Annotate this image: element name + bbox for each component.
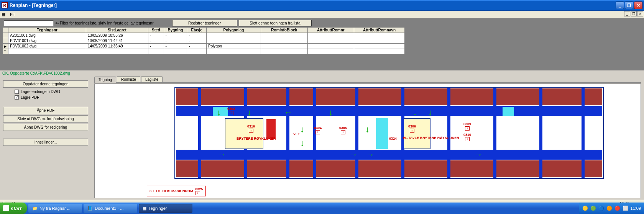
- cell[interactable]: FDV01002.dwg: [8, 44, 86, 49]
- taskbar-item[interactable]: 📘Document1 - ...: [84, 204, 137, 213]
- window-titlebar: R Renplan - [Tegninger] _ ❐ ✕: [0, 0, 644, 11]
- cell[interactable]: -: [187, 38, 207, 44]
- room-label: 0324: [389, 137, 397, 140]
- row-selector[interactable]: [3, 49, 8, 54]
- save-dwg-checkbox-row[interactable]: Lagre endringer i DWG: [3, 89, 91, 95]
- cell[interactable]: [307, 33, 354, 38]
- cell[interactable]: [354, 33, 405, 38]
- col-tegningsnr[interactable]: Tegningsnr: [8, 28, 86, 33]
- cell[interactable]: [354, 38, 405, 44]
- tray-icon[interactable]: 🔵: [598, 205, 604, 211]
- col-etasje[interactable]: Etasje: [187, 28, 207, 33]
- drawing-viewer[interactable]: ↓ ↓ ← ↓ ↓ ↓ ↓ → → → ↓ ↓ → 0302♀ 0316♀ BR…: [94, 83, 641, 198]
- mdi-restore-button[interactable]: ❐: [631, 11, 637, 16]
- tray-icon[interactable]: 🟢: [590, 205, 596, 211]
- col-bygning[interactable]: Bygning: [164, 28, 187, 33]
- start-button[interactable]: start: [0, 203, 27, 214]
- save-pdf-checkbox-row[interactable]: ✓ Lagre PDF: [3, 95, 91, 100]
- settings-button[interactable]: Innstillinger...: [3, 139, 88, 146]
- table-row[interactable]: FDV01002.dwg14/05/2009 11:36:49---Polygo…: [3, 44, 405, 49]
- row-selector[interactable]: [3, 38, 8, 44]
- cell[interactable]: [207, 38, 261, 44]
- filter-input[interactable]: [4, 20, 54, 26]
- text-brytere: BRYTERE RØYKLUKER: [237, 137, 276, 140]
- cell[interactable]: -: [187, 44, 207, 49]
- room-box: [225, 118, 263, 149]
- table-row[interactable]: FDV01001.dwg13/05/2009 11:42:41---: [3, 38, 405, 44]
- cell[interactable]: [307, 44, 354, 49]
- cell[interactable]: -: [164, 33, 187, 38]
- cell[interactable]: A2011001.dwg: [8, 33, 86, 38]
- tabs-row: Tegning Romliste Lagliste: [94, 76, 641, 83]
- col-sistlagret[interactable]: SistLagret: [86, 28, 148, 33]
- cell[interactable]: [8, 49, 86, 54]
- cell[interactable]: -: [148, 38, 164, 44]
- grid-icon: ▦: [2, 12, 5, 17]
- table-row-new[interactable]: [3, 49, 405, 54]
- col-polygonlag[interactable]: Polygonlag: [207, 28, 261, 33]
- tab-lagliste[interactable]: Lagliste: [141, 76, 163, 82]
- cell[interactable]: 14/05/2009 11:36:49: [86, 44, 148, 49]
- cell[interactable]: [354, 44, 405, 49]
- register-button[interactable]: Registrer tegninger: [172, 20, 237, 26]
- cell[interactable]: 13/05/2009 11:42:41: [86, 38, 148, 44]
- tray-icon[interactable]: 🔴: [614, 205, 620, 211]
- taskbar-item[interactable]: 📁Ny fra Ragnar ...: [28, 204, 82, 213]
- taskbar-item[interactable]: ▦Tegninger: [139, 204, 192, 213]
- tab-tegning[interactable]: Tegning: [94, 77, 116, 83]
- red-box: [266, 119, 276, 139]
- checkbox-icon[interactable]: [15, 90, 19, 94]
- row-selector[interactable]: [3, 33, 8, 38]
- cell[interactable]: -: [148, 44, 164, 49]
- cell[interactable]: FDV01001.dwg: [8, 38, 86, 44]
- save-pdf-label: Lagre PDF: [21, 95, 39, 100]
- tray-icon[interactable]: 🟡: [582, 205, 588, 211]
- mdi-minimize-button[interactable]: _: [624, 11, 630, 16]
- col-attributtromnr[interactable]: AttributtRomnr: [307, 28, 354, 33]
- cell[interactable]: [261, 49, 307, 54]
- col-rominfoblock[interactable]: RominfoBlock: [261, 28, 307, 33]
- close-button[interactable]: ✕: [634, 2, 642, 9]
- arrow-icon: →: [349, 150, 358, 160]
- tray-icon[interactable]: 🟠: [606, 205, 612, 211]
- cell[interactable]: [261, 44, 307, 49]
- table-row[interactable]: A2011001.dwg13/05/2009 10:55:26---: [3, 33, 405, 38]
- cell[interactable]: [261, 38, 307, 44]
- minimize-button[interactable]: _: [616, 2, 624, 9]
- maximize-button[interactable]: ❐: [625, 2, 633, 9]
- col-sted[interactable]: Sted: [148, 28, 164, 33]
- menu-file[interactable]: Fil: [8, 11, 17, 18]
- system-tray[interactable]: 🟡 🟢 🔵 🟠 🔴 ⬜ 11:09: [579, 203, 644, 214]
- col-attributtromnavn[interactable]: AttributtRomnavn: [354, 28, 405, 33]
- cell[interactable]: [148, 49, 164, 54]
- cell[interactable]: 13/05/2009 10:55:26: [86, 33, 148, 38]
- drawings-table[interactable]: Tegningsnr SistLagret Sted Bygning Etasj…: [2, 27, 405, 54]
- cell[interactable]: [164, 49, 187, 54]
- tray-icon[interactable]: ⬜: [622, 205, 628, 211]
- open-pdf-button[interactable]: Åpne PDF: [3, 107, 88, 114]
- cell[interactable]: -: [164, 44, 187, 49]
- cell[interactable]: [207, 33, 261, 38]
- edit-dwg-button[interactable]: Åpne DWG for redigering: [3, 124, 88, 131]
- cell[interactable]: [187, 49, 207, 54]
- tab-romliste[interactable]: Romliste: [117, 76, 140, 82]
- mdi-close-button[interactable]: ✕: [637, 11, 643, 16]
- cell[interactable]: -: [164, 38, 187, 44]
- cell[interactable]: [354, 49, 405, 54]
- cell[interactable]: Polygon: [207, 44, 261, 49]
- print-dwg-button[interactable]: Skriv ut DWG m. forhåndsvisning: [3, 115, 88, 123]
- row-selector[interactable]: [3, 44, 8, 49]
- cell[interactable]: -: [187, 33, 207, 38]
- room-label: 0305♀: [339, 126, 347, 134]
- update-drawing-button[interactable]: Oppdater denne tegningen: [3, 80, 88, 88]
- cell[interactable]: [86, 49, 148, 54]
- delete-drawing-button[interactable]: Slett denne tegningen fra lista: [239, 20, 312, 26]
- cell[interactable]: [261, 33, 307, 38]
- checkbox-icon[interactable]: ✓: [15, 95, 19, 100]
- task-label: Ny fra Ragnar ...: [39, 206, 71, 211]
- app-icon: R: [2, 2, 8, 8]
- cell[interactable]: [307, 49, 354, 54]
- cell[interactable]: -: [148, 33, 164, 38]
- cell[interactable]: [207, 49, 261, 54]
- cell[interactable]: [307, 38, 354, 44]
